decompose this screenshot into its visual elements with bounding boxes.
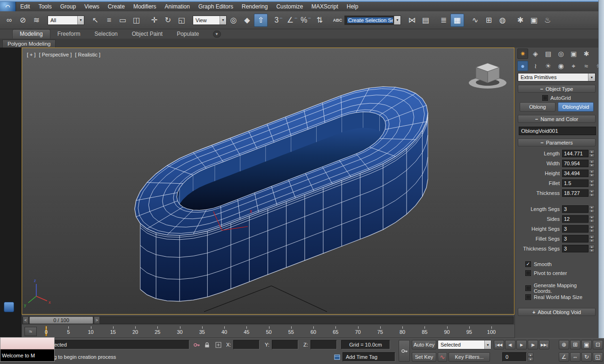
checkbox-generate-mapping-coords-[interactable] [525,285,531,291]
param-value-field[interactable]: 3 [562,245,588,252]
panel-tab-display-icon[interactable]: ▣ [568,49,579,59]
menu-maxscript[interactable]: MAXScript [307,2,343,11]
viewport-shading-menu[interactable]: [ Realistic ] [75,52,100,57]
spinner-down-icon[interactable]: ▼ [589,193,595,197]
select-and-rotate-icon[interactable]: ↻ [161,14,175,27]
spinner-down-icon[interactable]: ▼ [589,239,595,243]
spinner-down-icon[interactable]: ▼ [589,173,595,177]
param-spinner[interactable]: ▲▼ [589,225,595,233]
next-frame-arrow[interactable]: > [94,316,100,324]
param-value-field[interactable]: 34.494 [562,170,588,177]
spinner-up-icon[interactable]: ▲ [589,245,595,249]
key-mode-dropdown[interactable]: Selected ▼ [438,340,491,349]
menu-animation[interactable]: Animation [161,2,194,11]
checkbox-real-world-map-size[interactable] [525,294,531,300]
go-to-start-button[interactable]: |◀◀ [494,340,504,349]
menu-customize[interactable]: Customize [272,2,307,11]
tab-polygon-modeling[interactable]: Polygon Modeling [2,40,56,48]
category-shapes-icon[interactable]: ≀ [530,61,541,71]
panel-tab-modify-icon[interactable]: ◈ [530,49,541,59]
unlink-selection-icon[interactable]: ⊘ [16,14,30,27]
spinner-up-icon[interactable]: ▲ [589,215,595,219]
param-spinner[interactable]: ▲▼ [589,160,595,167]
maxscript-mini-listener[interactable]: Welcome to M [0,337,55,362]
spinner-down-icon[interactable]: ▼ [589,219,595,223]
param-spinner[interactable]: ▲▼ [589,170,595,177]
menu-modifiers[interactable]: Modifiers [129,2,161,11]
play-animation-button[interactable]: ▶ [516,340,527,349]
align-icon[interactable]: ▤ [419,14,433,27]
panel-tab-create-icon[interactable]: ✷ [517,49,528,59]
subcategory-dropdown[interactable]: Extra Primitives ▼ [518,73,596,81]
select-and-uniform-scale-icon[interactable]: ◱ [175,14,188,27]
selection-lock-icon[interactable] [203,340,211,349]
select-object-icon[interactable]: ↖ [89,14,102,27]
y-coordinate-field[interactable] [272,340,298,349]
param-spinner[interactable]: ▲▼ [589,205,595,213]
menu-tools[interactable]: Tools [34,2,56,11]
menu-help[interactable]: Help [343,2,363,11]
open-mini-curve-editor-icon[interactable]: ≈ [24,327,37,336]
menu-create[interactable]: Create [104,2,129,11]
viewcube[interactable] [469,63,506,89]
category-cameras-icon[interactable]: ◉ [555,61,566,71]
param-value-field[interactable]: 18.727 [562,189,588,197]
spinner-down-icon[interactable]: ▼ [589,209,595,213]
menu-edit[interactable]: Edit [16,2,34,11]
zoom-region-button[interactable]: ⊡ [593,340,603,349]
key-filters-button[interactable]: Key Filters... [449,352,490,362]
ribbon-tab-selection[interactable]: Selection [87,30,124,39]
menu-group[interactable]: Group [56,2,80,11]
param-spinner[interactable]: ▲▼ [589,150,595,157]
angle-snap-toggle-icon[interactable]: ∠⌒ [286,14,299,27]
perspective-viewport[interactable]: [ + ] [ Perspective ] [ Realistic ] xzxy [22,48,514,315]
select-and-link-icon[interactable]: ∞ [2,14,16,27]
checkbox-smooth[interactable]: ✓ [525,261,531,267]
ribbon-tab-modeling[interactable]: Modeling [12,29,50,39]
spinner-down-icon[interactable]: ▼ [589,229,595,233]
spinner-up-icon[interactable]: ▲ [589,235,595,239]
application-menu-button[interactable]: ◠ [0,2,16,11]
add-time-tag-field[interactable]: Add Time Tag [343,352,395,362]
window-crossing-toggle-icon[interactable]: ◫ [130,14,143,27]
spinner-down-icon[interactable]: ▼ [589,249,595,252]
zoom-button[interactable]: ⊕ [559,340,569,349]
x-coordinate-field[interactable] [233,340,260,349]
panel-tab-hierarchy-icon[interactable]: ▤ [543,49,554,59]
select-by-name-icon[interactable]: ≡ [102,14,116,27]
time-tag-icon[interactable] [333,353,341,361]
spinner-up-icon[interactable]: ▲ [589,189,595,193]
viewport-pov-menu[interactable]: [ Perspective ] [39,52,72,57]
spinner-up-icon[interactable]: ▲ [589,160,595,163]
default-in-out-tangents-icon[interactable]: ∿ [438,352,447,362]
param-spinner[interactable]: ▲▼ [589,215,595,223]
snaps-toggle-3d-icon[interactable]: 3⌒ [272,14,286,27]
rendered-frame-window-icon[interactable]: ▣ [527,14,541,27]
category-geometry-icon[interactable]: ● [517,61,528,71]
render-setup-icon[interactable]: ✱ [514,14,527,27]
param-value-field[interactable]: 3 [562,205,588,213]
percent-snap-toggle-icon[interactable]: %⌒ [299,14,313,27]
go-to-end-button[interactable]: ▶▶| [539,340,549,349]
mirror-icon[interactable]: ⋈ [405,14,419,27]
viewport-layout-tab-icon[interactable] [4,302,14,312]
pan-view-button[interactable]: ⇔ [570,352,580,362]
render-production-icon[interactable]: ♨ [541,14,555,27]
select-and-manipulate-icon[interactable]: ◆ [240,14,254,27]
panel-tab-utilities-icon[interactable]: ✱ [581,49,592,59]
select-and-move-icon[interactable]: ✛ [147,14,161,27]
param-value-field[interactable]: 70.954 [562,160,588,167]
reference-coordinate-system-dropdown[interactable]: View▼ [193,16,227,25]
panel-tab-motion-icon[interactable]: ◎ [555,49,566,59]
curve-editor-icon[interactable]: ∿ [468,14,482,27]
frame-spinner[interactable]: ▲▼ [528,353,533,361]
create-button-oblong[interactable]: Oblong [520,102,555,112]
spinner-down-icon[interactable]: ▼ [589,154,595,157]
param-value-field[interactable]: 12 [562,215,588,223]
edit-named-selection-sets-icon[interactable]: ABC [331,14,344,27]
category-space-warps-icon[interactable]: ≈ [581,61,592,71]
param-spinner[interactable]: ▲▼ [589,189,595,197]
maximize-viewport-toggle-button[interactable]: ◱ [593,352,603,362]
param-value-field[interactable]: 144.771 [562,150,588,157]
rollout-parameters-header[interactable]: − Parameters [518,138,596,146]
